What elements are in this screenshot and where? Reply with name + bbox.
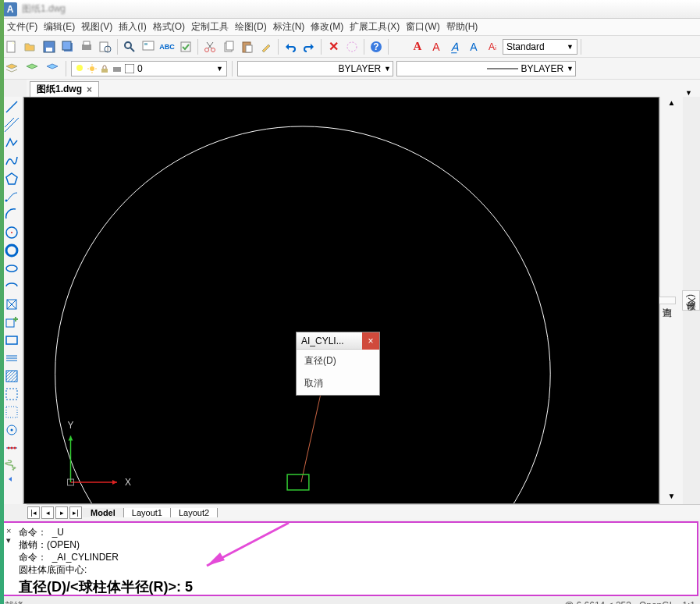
popup-title: AI_CYLI... — [301, 336, 344, 346]
block-icon[interactable] — [2, 296, 21, 313]
doc-tab-active[interactable]: 图纸1.dwg × — [30, 81, 99, 97]
ellipse-icon[interactable] — [2, 260, 21, 277]
menu-format[interactable]: 格式(O) — [151, 19, 187, 35]
document-tabs: 图纸1.dwg × ▼ — [27, 80, 700, 97]
color-value: BYLAYER — [339, 63, 381, 74]
boundary-icon[interactable] — [2, 403, 21, 421]
line-icon[interactable] — [2, 98, 21, 115]
scroll-up-icon[interactable]: ▲ — [668, 98, 676, 109]
textstyle-a5-icon[interactable]: Aᵢ — [484, 38, 501, 55]
matchprop-icon[interactable] — [258, 38, 275, 55]
menu-ext-tools[interactable]: 扩展工具(X) — [347, 19, 402, 35]
menu-help[interactable]: 帮助(H) — [444, 19, 481, 35]
region-icon[interactable] — [2, 385, 21, 403]
tabs-overflow-icon[interactable]: ▼ — [680, 89, 697, 97]
svg-rect-13 — [181, 42, 190, 52]
menu-view[interactable]: 视图(V) — [79, 19, 115, 35]
textstyle-a2-icon[interactable]: A — [428, 38, 445, 55]
ray-icon[interactable] — [2, 188, 21, 205]
menu-window[interactable]: 窗口(W) — [403, 19, 442, 35]
linetype-combo[interactable]: BYLAYER▼ — [396, 61, 576, 76]
layout-tab-2[interactable]: Layout2 — [171, 508, 218, 517]
audit-icon[interactable] — [177, 38, 194, 55]
donut-icon[interactable] — [2, 242, 21, 259]
ellipse-arc-icon[interactable] — [2, 278, 21, 295]
popup-cancel-option[interactable]: 取消 — [297, 372, 379, 395]
tab-prev-icon[interactable]: ◂ — [41, 506, 54, 519]
cut-icon[interactable] — [201, 38, 219, 55]
find-icon[interactable] — [121, 38, 138, 55]
print-icon[interactable] — [78, 38, 95, 55]
layout-tab-1[interactable]: Layout1 — [124, 508, 171, 517]
textstyle-a1-icon[interactable]: A — [409, 38, 426, 55]
cmd-close-icon[interactable]: ×▾ — [6, 526, 11, 545]
menu-draw[interactable]: 绘图(D) — [233, 19, 269, 35]
save-icon[interactable] — [41, 38, 58, 55]
textstyle-a4-icon[interactable]: A — [465, 38, 482, 55]
tab-last-icon[interactable]: ▸| — [69, 506, 82, 519]
refresh-icon[interactable] — [2, 475, 21, 492]
polygon-icon[interactable] — [2, 170, 21, 187]
svg-rect-2 — [46, 48, 52, 52]
spline-icon[interactable] — [2, 152, 21, 169]
mline-icon[interactable] — [2, 350, 21, 367]
menu-custom-tools[interactable]: 定制工具 — [189, 19, 231, 35]
svg-rect-4 — [62, 41, 71, 50]
menu-annotate[interactable]: 标注(N) — [271, 19, 307, 35]
command-window[interactable]: ×▾ 命令： _U 撤销：(OPEN) 命令： _AI_CYLINDER 圆柱体… — [2, 521, 698, 596]
make-block-icon[interactable] — [2, 314, 21, 331]
panel-inquiry[interactable]: 查询 — [658, 297, 676, 304]
menu-edit[interactable]: 编辑(E) — [41, 19, 77, 35]
panel-modify[interactable]: 修改(X) — [682, 290, 700, 311]
spell-icon[interactable]: ABC — [158, 38, 176, 55]
helix-icon[interactable] — [2, 457, 21, 474]
textstyle-a3-icon[interactable]: A̲ — [446, 38, 464, 55]
svg-point-49 — [10, 429, 12, 432]
layer-manager-icon[interactable] — [3, 60, 20, 77]
divide-icon[interactable] — [2, 439, 21, 457]
tab-first-icon[interactable]: |◂ — [27, 506, 40, 519]
preview-icon[interactable] — [140, 38, 157, 55]
redo-icon[interactable] — [300, 38, 318, 55]
svg-point-24 — [90, 66, 94, 71]
purge-icon[interactable] — [343, 38, 361, 55]
standard-toolbar: ABC ✕ ? A A A̲ A Aᵢ Standard▼ — [0, 36, 700, 58]
point-icon[interactable] — [2, 421, 21, 439]
help-icon[interactable]: ? — [368, 38, 385, 55]
hatch-icon[interactable] — [2, 368, 21, 385]
bulb-icon — [75, 64, 84, 73]
svg-marker-36 — [6, 173, 17, 184]
menu-modify[interactable]: 修改(M) — [308, 19, 346, 35]
close-icon[interactable]: × — [87, 84, 92, 95]
command-prompt[interactable]: 直径(D)/<球柱体半径(R)>: 5 — [19, 577, 692, 596]
xline-icon[interactable] — [2, 116, 21, 133]
color-combo[interactable]: BYLAYER▼ — [237, 61, 393, 76]
menu-insert[interactable]: 插入(I) — [116, 19, 148, 35]
undo-icon[interactable] — [282, 38, 299, 55]
new-icon[interactable] — [3, 38, 20, 55]
saveall-icon[interactable] — [59, 38, 76, 55]
layer-prev-icon[interactable] — [23, 60, 41, 77]
copy-icon[interactable] — [220, 38, 237, 55]
menu-file[interactable]: 文件(F) — [5, 19, 40, 35]
polyline-icon[interactable] — [2, 134, 21, 151]
layout-tab-model[interactable]: Model — [83, 508, 124, 517]
print-preview-icon[interactable] — [97, 38, 114, 55]
popup-close-icon[interactable]: × — [362, 332, 379, 350]
circle-icon[interactable] — [2, 224, 21, 241]
draw-toolbar — [0, 97, 23, 504]
textstyle-combo[interactable]: Standard▼ — [503, 39, 577, 55]
layer-combo[interactable]: 0 ▼ — [71, 61, 227, 76]
rectangle-icon[interactable] — [2, 332, 21, 349]
delete-icon[interactable]: ✕ — [325, 38, 342, 55]
layer-states-icon[interactable] — [44, 60, 61, 77]
scroll-down-icon[interactable]: ▼ — [668, 492, 676, 503]
svg-rect-6 — [84, 41, 90, 45]
popup-diameter-option[interactable]: 直径(D) — [297, 350, 379, 372]
drawing-canvas[interactable]: X Y AI_CYLI... × 直径(D) 取消 — [23, 97, 659, 504]
open-icon[interactable] — [22, 38, 39, 55]
arc-icon[interactable] — [2, 206, 21, 223]
paste-icon[interactable] — [239, 38, 256, 55]
tab-next-icon[interactable]: ▸ — [55, 506, 68, 519]
status-text: 就绪 — [5, 599, 23, 605]
